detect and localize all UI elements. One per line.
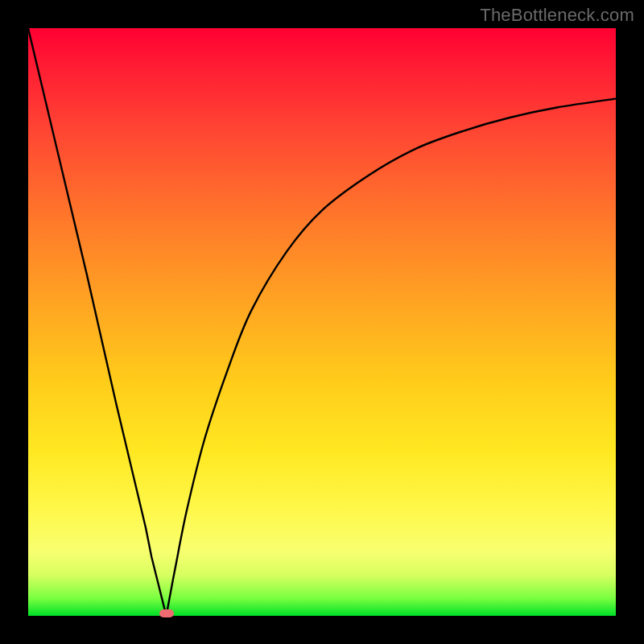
bottleneck-curve <box>28 28 616 616</box>
watermark-text: TheBottleneck.com <box>480 5 634 26</box>
chart-frame: TheBottleneck.com <box>0 0 644 644</box>
plot-area <box>28 28 616 616</box>
vertex-marker <box>159 609 174 617</box>
curve-svg <box>28 28 616 616</box>
